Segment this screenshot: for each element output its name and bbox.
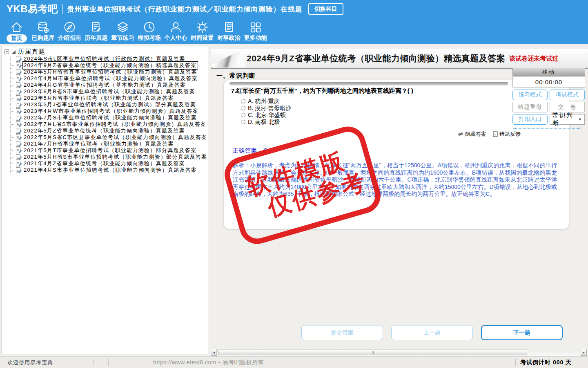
panel-drag-handle[interactable]: 移动 (512, 68, 585, 76)
scroll-right-arrow[interactable]: ▸ (581, 349, 587, 356)
panel-resize-handle[interactable]: ▲ ▲ (513, 128, 581, 131)
exam-title-bar: 2024年9月Z省事业单位统考（职业能力倾向测验）精选真题及答案 该试卷还未考试… (211, 49, 588, 69)
app-logo: YKB易考吧 (7, 2, 58, 16)
option-row[interactable]: C. 北京-华盛顿 (241, 112, 291, 119)
chevron-down-icon: ▼ (578, 117, 582, 121)
document-icon (16, 95, 20, 101)
toolbar-item-mock-exam[interactable]: 模拟考场 (136, 18, 163, 44)
radio-icon[interactable] (241, 106, 245, 110)
toolbar-item-purchased[interactable]: 已购题库 (30, 18, 56, 44)
horizontal-scrollbar[interactable]: ◂ ▸ (211, 349, 587, 356)
document-icon (16, 108, 20, 114)
question-nav: 提交答案 上一题 下一题 (301, 325, 563, 340)
eye-off-icon (458, 131, 463, 137)
scrollbar-track[interactable] (217, 349, 581, 356)
document-icon (16, 102, 20, 108)
prev-question-button[interactable]: 上一题 (391, 325, 473, 340)
submit-paper-button[interactable]: 交 卷 (550, 102, 585, 112)
toolbar-label: 首页 (7, 34, 27, 43)
print-entry-button[interactable]: 打印入口 (512, 114, 548, 125)
document-icon (16, 76, 20, 81)
scrollbar-thumb[interactable] (218, 350, 527, 355)
document-icon (16, 141, 20, 147)
toolbar-item-more[interactable]: 更多功能 (242, 18, 269, 44)
tree-item-label[interactable]: 2021年4月S市事业单位招聘考试（职业能力倾向测验）真题及答案 (22, 166, 198, 174)
option-row[interactable]: D. 南极-北极 (241, 119, 291, 126)
option-label: B. 漠河-曾母暗沙 (248, 105, 291, 112)
document-icon (16, 121, 20, 127)
scroll-left-arrow[interactable]: ◂ (211, 349, 217, 356)
tree-item[interactable]: 2021年4月S市事业单位招聘考试（职业能力倾向测验）真题及答案 (11, 167, 208, 173)
document-icon (16, 115, 20, 121)
triangle-up-icon: ▲ (577, 126, 580, 130)
toolbar-item-current-affairs[interactable]: 时事政治 (216, 18, 242, 44)
app-header: YKB易考吧 贵州事业单位招聘考试（行政职业能力测试／职业能力倾向测验）在线题 … (0, 0, 588, 18)
document-icon (16, 148, 20, 153)
practice-mode-button[interactable]: 练习模式 (512, 90, 548, 100)
triangle-up-icon: ▲ (514, 126, 517, 130)
toolbar-item-chapter-practice[interactable]: 章节练习 (109, 18, 136, 44)
feedback-label: 错题反馈 (499, 130, 521, 138)
exam-status: 该试卷还未考试过 (509, 55, 558, 63)
option-row[interactable]: A. 杭州-重庆 (241, 98, 291, 105)
toolbar-item-past-papers[interactable]: 历年真题 (83, 18, 109, 44)
hide-answer-link[interactable]: 隐藏答案 (458, 130, 486, 138)
redo-wrong-button[interactable]: 错题重做 (512, 102, 548, 112)
status-divider (73, 359, 73, 366)
next-question-button[interactable]: 下一题 (481, 325, 563, 340)
document-icon (16, 82, 20, 88)
document-icon (16, 69, 20, 75)
toolbar-label: 个人中心 (165, 34, 187, 42)
feedback-link[interactable]: 错题反馈 (493, 130, 521, 138)
toolbar-item-user-center[interactable]: 个人中心 (163, 18, 189, 44)
status-bar: 欢迎使用易考宝典 https://www.etest8.com－易考吧版权所有 … (0, 356, 588, 368)
document-icon (16, 167, 20, 173)
exam-mode-button[interactable]: 考试模式 (550, 90, 585, 100)
gear-icon (196, 20, 209, 34)
toolbar-label: 已购题库 (32, 34, 55, 42)
folder-icon (11, 49, 16, 54)
grid-icon (249, 20, 262, 34)
toolbar-label: 时间设置 (191, 34, 214, 42)
drag-bar[interactable] (229, 82, 508, 85)
papers-icon (89, 20, 103, 34)
exam-tree-panel: 历届真题 2024年S市L区事业单位招聘考试（行政能力测试）真题及答案 2024… (2, 46, 209, 354)
submit-answer-button[interactable]: 提交答案 (301, 325, 383, 340)
collapse-icon[interactable] (4, 49, 9, 54)
question-text: 7.红军长征"两万五千里"，约为下列哪两地之间的地表直线距离？( ) (231, 87, 413, 95)
toolbar-label: 历年真题 (85, 34, 108, 42)
tree-children: 2024年S市L区事业单位招聘考试（行政能力测试）真题及答案 2024年9月Z省… (10, 56, 208, 173)
clock-icon (143, 20, 156, 34)
radio-icon[interactable] (241, 120, 245, 124)
correct-answer: 正确答案：C (233, 147, 268, 155)
status-divider (515, 359, 516, 366)
feedback-icon (493, 131, 498, 137)
scrollbar-grip (371, 351, 374, 354)
toolbar-item-home[interactable]: 首页 (3, 18, 30, 44)
document-icon (16, 135, 20, 140)
toolbar-item-guide[interactable]: 介绍指南 (56, 18, 83, 44)
section-dropdown[interactable]: 常识判断 ▼ (550, 114, 585, 125)
section-dropdown-value: 常识判断 (552, 112, 578, 127)
toolbar-label: 更多功能 (244, 34, 267, 42)
radio-icon[interactable] (241, 99, 245, 103)
exam-timer: 00:00:00 (512, 76, 585, 88)
option-row[interactable]: B. 漠河-曾母暗沙 (241, 105, 291, 112)
hide-answer-label: 隐藏答案 (465, 130, 486, 138)
option-label: D. 南极-北极 (248, 119, 280, 126)
toolbar-item-time-settings[interactable]: 时间设置 (189, 18, 216, 44)
exam-countdown: 考试倒计时 000 天 (520, 357, 572, 368)
page-curl-decoration (211, 49, 245, 67)
document-icon (16, 89, 20, 94)
section-title: 一、常识判断 (216, 72, 256, 80)
document-icon (16, 161, 20, 166)
compass-icon (63, 20, 76, 34)
analysis-text: 解析：小易解析，考点为地理国情。红军长征"两万五千里"，相当于12500公里。A… (233, 162, 557, 198)
copyright-text: https://www.etest8.com－易考吧版权所有 (153, 357, 264, 368)
radio-icon[interactable] (241, 113, 245, 117)
home-icon (10, 20, 23, 34)
switch-subject-button[interactable]: 切换科目 (308, 3, 343, 15)
exam-control-panel: 移动 00:00:00 练习模式 考试模式 错题重做 交 卷 打印入口 常识判断… (512, 68, 585, 131)
answer-tools: 隐藏答案 错题反馈 (458, 130, 521, 138)
logo-divider (62, 4, 63, 14)
